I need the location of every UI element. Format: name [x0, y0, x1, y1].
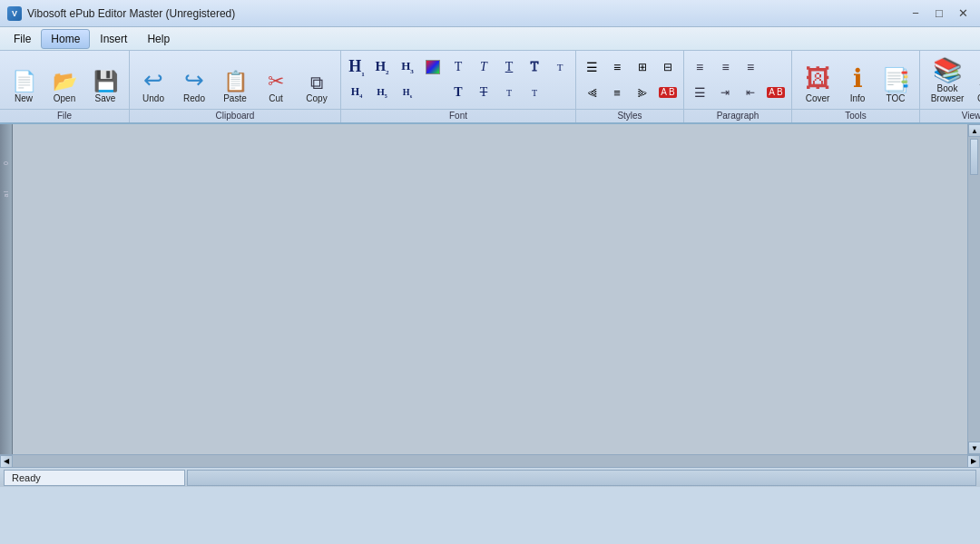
text-bold-icon: T [454, 85, 462, 100]
minimize-button[interactable]: − [906, 4, 926, 24]
book-browser-label: Book Browser [926, 83, 968, 103]
undo-label: Undo [142, 93, 164, 103]
toc-button[interactable]: 📑 TOC [876, 53, 916, 106]
menu-bar: File Home Insert Help [0, 27, 980, 51]
title-bar-left: V Vibosoft ePub Editor Master (Unregiste… [7, 6, 235, 21]
h3-button[interactable]: H3 [396, 55, 419, 79]
scroll-right-button[interactable]: ▶ [967, 455, 980, 468]
align-right-button[interactable]: ⫸ [631, 81, 654, 104]
content-area [13, 124, 967, 454]
para-align-left-icon: ≡ [696, 60, 703, 74]
close-button[interactable]: ✕ [953, 4, 973, 24]
menu-file[interactable]: File [4, 29, 41, 49]
text-sup-button[interactable]: T [497, 81, 521, 104]
list-outdent-button[interactable]: ⊟ [656, 55, 680, 79]
open-button[interactable]: 📂 Open [44, 53, 84, 106]
para-outdent-button[interactable]: ⇤ [739, 81, 762, 104]
new-icon: 📄 [12, 72, 36, 92]
styles-section-label: Styles [576, 109, 683, 122]
color-swatch-button[interactable] [421, 55, 445, 79]
text-bold-button[interactable]: T [446, 81, 470, 104]
left-panel-text-2: al [3, 190, 9, 197]
highlight-button[interactable]: A B [656, 81, 680, 104]
text-small-icon: T [557, 62, 564, 73]
para-justify-button[interactable]: ☰ [688, 81, 711, 104]
open-label: Open [54, 93, 75, 103]
text-strike-button[interactable]: T [472, 81, 495, 104]
ribbon-section-styles: ☰ ≡ ⊞ ⊟ ⫷ ≡ ⫸ A B Styles [576, 51, 684, 122]
app-icon: V [7, 6, 22, 21]
file-section-label: File [0, 109, 129, 122]
toc-icon: 📑 [881, 68, 910, 92]
para-align-left-button[interactable]: ≡ [688, 55, 711, 79]
font-section-label: Font [341, 109, 575, 122]
text-italic-button[interactable]: T [472, 55, 495, 79]
paste-label: Paste [223, 93, 247, 103]
paste-button[interactable]: 📋 Paste [215, 53, 255, 106]
right-scrollbar[interactable]: ▲ ▼ [967, 124, 980, 454]
h6-icon: H6 [403, 87, 412, 99]
copy-button[interactable]: ⧉ Copy [297, 53, 337, 106]
scroll-left-button[interactable]: ◀ [0, 455, 13, 468]
h6-button[interactable]: H6 [396, 81, 419, 104]
list-unordered-button[interactable]: ☰ [580, 55, 603, 79]
para-style-button[interactable]: A B [764, 81, 788, 104]
undo-icon: ↩ [143, 68, 163, 92]
bottom-scrollbar[interactable]: ◀ ▶ [0, 454, 980, 467]
text-sub-icon: T [532, 88, 537, 98]
cut-button[interactable]: ✂ Cut [256, 53, 296, 106]
view-buttons: 📚 Book Browser 📖 Table of Contents [920, 51, 980, 109]
new-label: New [15, 93, 33, 103]
text-small-button[interactable]: T [548, 55, 572, 79]
h3-icon: H3 [401, 59, 414, 75]
file-buttons: 📄 New 📂 Open 💾 Save [0, 51, 129, 109]
text-sub-button[interactable]: T [523, 81, 546, 104]
info-button[interactable]: ℹ Info [840, 53, 875, 106]
align-center-button[interactable]: ≡ [605, 81, 629, 104]
menu-home[interactable]: Home [41, 29, 90, 49]
para-style-icon: A B [767, 87, 785, 98]
maximize-button[interactable]: □ [929, 4, 949, 24]
list-outdent-icon: ⊟ [663, 61, 672, 73]
h1-button[interactable]: H1 [345, 55, 368, 79]
table-of-contents-button[interactable]: 📖 Table of Contents [972, 53, 980, 106]
title-bar-controls: − □ ✕ [906, 4, 973, 24]
list-ordered-button[interactable]: ≡ [605, 55, 629, 79]
para-indent-button[interactable]: ⇥ [713, 81, 737, 104]
cut-icon: ✂ [268, 72, 284, 92]
ribbon: 📄 New 📂 Open 💾 Save File ↩ Undo ↪ Redo [0, 51, 980, 124]
status-right-area [187, 470, 976, 486]
para-align-center-button[interactable]: ≡ [713, 55, 737, 79]
text-underline-icon: T [505, 60, 514, 74]
ribbon-section-font: H1 H2 H3 H4 H5 H6 T T T T T [341, 51, 576, 122]
highlight-icon: A B [659, 87, 677, 98]
align-left-button[interactable]: ⫷ [580, 81, 603, 104]
scroll-thumb-vertical[interactable] [970, 139, 978, 175]
book-browser-button[interactable]: 📚 Book Browser [924, 53, 971, 106]
menu-help[interactable]: Help [137, 29, 180, 49]
save-button[interactable]: 💾 Save [85, 53, 125, 106]
text-outline-button[interactable]: T [523, 55, 546, 79]
new-button[interactable]: 📄 New [4, 53, 44, 106]
text-normal-button[interactable]: T [446, 55, 470, 79]
h5-button[interactable]: H5 [370, 81, 394, 104]
h2-button[interactable]: H2 [370, 55, 394, 79]
redo-icon: ↪ [184, 68, 204, 92]
align-left-icon: ⫷ [586, 86, 598, 100]
para-align-right-button[interactable]: ≡ [739, 55, 762, 79]
text-underline-button[interactable]: T [497, 55, 521, 79]
redo-button[interactable]: ↪ Redo [174, 53, 214, 106]
scroll-up-button[interactable]: ▲ [968, 124, 980, 137]
list-indent-button[interactable]: ⊞ [631, 55, 654, 79]
table-of-contents-label: Table of Contents [975, 83, 980, 103]
h2-icon: H2 [375, 59, 388, 76]
menu-insert[interactable]: Insert [90, 29, 137, 49]
text-outline-icon: T [531, 60, 539, 74]
undo-button[interactable]: ↩ Undo [133, 53, 173, 106]
styles-buttons: ☰ ≡ ⊞ ⊟ ⫷ ≡ ⫸ A B [576, 51, 683, 109]
h4-button[interactable]: H4 [345, 81, 368, 104]
clipboard-section-label: Clipboard [130, 109, 340, 122]
text-sup-icon: T [506, 88, 512, 98]
scroll-down-button[interactable]: ▼ [968, 442, 980, 454]
cover-button[interactable]: 🖼 Cover [796, 53, 839, 106]
